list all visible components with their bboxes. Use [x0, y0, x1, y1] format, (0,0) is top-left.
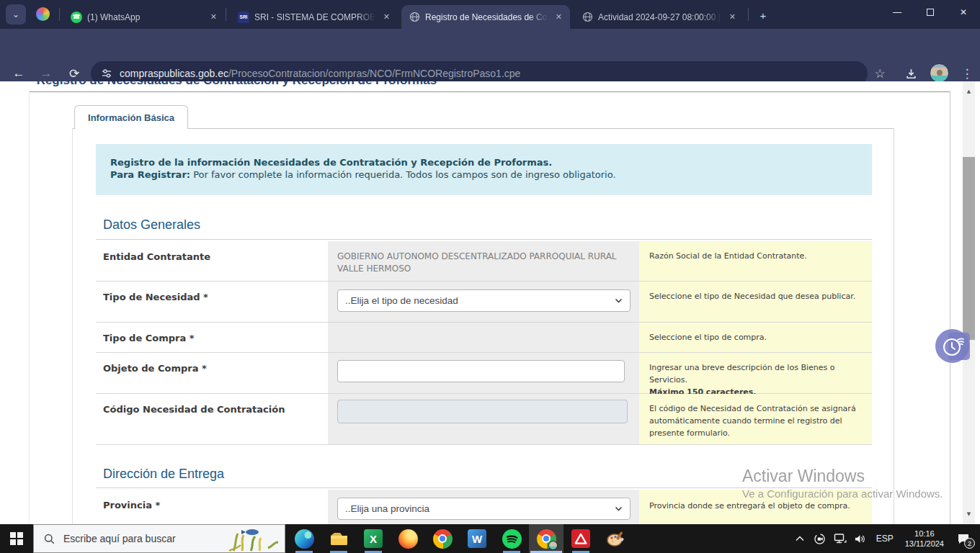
form-container-border — [894, 128, 894, 524]
tab-whatsapp[interactable]: ☎ (1) WhatsApp ✕ — [63, 5, 225, 29]
section-datos-generales: Datos Generales — [103, 217, 200, 233]
form-container-border — [72, 128, 894, 129]
search-placeholder: Escribe aquí para buscar — [63, 533, 176, 544]
network-icon[interactable] — [833, 524, 847, 553]
section-direccion-entrega: Dirección de Entrega — [103, 467, 224, 482]
entidad-value: GOBIERNO AUTONOMO DESCENTRALIZADO PARROQ… — [337, 241, 620, 275]
search-highlight-image[interactable] — [220, 526, 282, 552]
row-tipo-compra: Tipo de Compra * Seleccione el tipo de c… — [96, 322, 872, 352]
browser-tab-strip: ⌄ ☎ (1) WhatsApp ✕ SRI SRI - SISTEMA DE … — [0, 0, 980, 29]
row-codigo-necesidad: Código Necesidad de Contratación El códi… — [96, 393, 872, 444]
tab-registro-active[interactable]: Registro de Necesidades de Co ✕ — [401, 5, 570, 29]
excel-icon: X — [364, 529, 383, 548]
row-objeto-compra: Objeto de Compra * Ingresar una breve de… — [96, 352, 872, 393]
profile-avatar[interactable] — [930, 63, 949, 83]
chrome-icon — [433, 529, 453, 549]
chevron-down-icon — [615, 506, 623, 512]
new-tab-button[interactable]: + — [754, 6, 772, 24]
globe-icon — [409, 12, 420, 23]
site-info-icon[interactable] — [101, 68, 112, 79]
word-icon: W — [468, 529, 486, 548]
taskbar-word[interactable]: W — [460, 524, 494, 553]
taskbar-apps: X W — [287, 524, 633, 553]
edge-icon — [295, 529, 314, 549]
tab-close-icon[interactable]: ✕ — [553, 11, 565, 23]
row-tipo-necesidad: Tipo de Necesidad * ..Elija el tipo de n… — [96, 281, 872, 322]
taskbar-spotify[interactable] — [494, 524, 529, 553]
chevron-down-icon: ⌄ — [12, 9, 19, 19]
row-provincia: Provincia * ..Elija una provincia Provin… — [96, 490, 872, 524]
datos-generales-grid: Entidad Contratante GOBIERNO AUTONOMO DE… — [96, 241, 872, 445]
windows-taskbar: Escribe aquí para buscar X W — [0, 524, 980, 553]
tab-actividad[interactable]: Actividad 2024-09-27 08:00:00 | ✕ — [574, 5, 744, 29]
time: 10:16 — [905, 529, 944, 539]
scroll-down-icon[interactable]: ▼ — [963, 508, 975, 520]
info-banner: Registro de la información Necesidades d… — [96, 144, 872, 195]
window-close-button[interactable]: ✕ — [947, 0, 980, 24]
tab-informacion-basica[interactable]: Información Básica — [74, 105, 188, 129]
taskbar-file-explorer[interactable] — [321, 524, 356, 553]
globe-icon — [582, 12, 593, 23]
taskbar-chrome-profile[interactable] — [529, 524, 564, 553]
pinned-tab-favicon[interactable] — [36, 7, 50, 21]
section-divider — [96, 487, 872, 488]
taskbar-chrome[interactable] — [425, 524, 460, 553]
timer-widget-icon[interactable] — [935, 329, 969, 363]
field-help: Provincia donde se entregará el objeto d… — [639, 490, 872, 524]
page-scrollbar[interactable]: ▲ ▼ — [963, 81, 975, 524]
tab-title: (1) WhatsApp — [87, 12, 202, 22]
taskbar-firefox[interactable] — [391, 524, 425, 553]
objeto-compra-input[interactable] — [337, 360, 625, 382]
codigo-necesidad-input — [337, 400, 628, 423]
windows-logo-icon — [10, 532, 23, 545]
maximize-icon — [927, 9, 934, 16]
field-label: Provincia * — [96, 490, 328, 524]
section-divider — [96, 239, 872, 240]
meet-now-icon[interactable] — [813, 524, 827, 553]
tab-search-button[interactable]: ⌄ — [6, 4, 26, 24]
field-help: Seleccione el tipo de compra. — [639, 323, 872, 352]
taskbar-acrobat[interactable] — [564, 524, 598, 553]
tab-sri[interactable]: SRI SRI - SISTEMA DE COMPROBAN ✕ — [231, 5, 398, 29]
page-border-right — [950, 91, 950, 524]
notification-badge: 2 — [964, 538, 975, 549]
chevron-down-icon — [615, 298, 623, 304]
volume-icon[interactable] — [853, 524, 868, 553]
taskbar-clock[interactable]: 10:16 13/11/2024 — [902, 529, 947, 549]
direccion-entrega-grid: Provincia * ..Elija una provincia Provin… — [96, 490, 872, 524]
window-minimize-button[interactable]: — — [881, 0, 914, 24]
tab-title: Actividad 2024-09-27 08:00:00 | — [598, 12, 721, 22]
taskbar-paint[interactable] — [598, 524, 633, 553]
scrollbar-thumb[interactable] — [963, 157, 975, 340]
start-button[interactable] — [0, 524, 33, 553]
form-container-border — [72, 128, 73, 524]
tab-close-icon[interactable]: ✕ — [380, 11, 393, 23]
spotify-icon — [502, 529, 522, 549]
tab-title: Registro de Necesidades de Co — [425, 12, 548, 22]
tab-separator — [748, 8, 749, 21]
tipo-necesidad-select[interactable]: ..Elija el tipo de necesidad — [337, 289, 631, 312]
paint-icon — [606, 529, 625, 549]
provincia-select[interactable]: ..Elija una provincia — [337, 498, 631, 520]
field-label: Tipo de Necesidad * — [96, 282, 328, 322]
screen: ⌄ ☎ (1) WhatsApp ✕ SRI SRI - SISTEMA DE … — [0, 0, 980, 553]
tray-chevron-up-icon[interactable] — [793, 524, 807, 553]
taskbar-excel[interactable]: X — [356, 524, 391, 553]
action-center-button[interactable]: 2 — [953, 524, 974, 553]
acrobat-icon — [571, 529, 590, 548]
row-entidad-contratante: Entidad Contratante GOBIERNO AUTONOMO DE… — [96, 241, 872, 281]
sri-icon: SRI — [238, 12, 249, 23]
field-label: Código Necesidad de Contratación — [96, 394, 328, 444]
tab-close-icon[interactable]: ✕ — [208, 11, 220, 23]
search-icon — [44, 534, 55, 544]
scroll-up-icon[interactable]: ▲ — [963, 86, 975, 97]
profile-badge — [548, 541, 558, 550]
activate-windows-watermark: Activar Windows — [742, 467, 865, 486]
language-indicator[interactable]: ESP — [873, 534, 896, 544]
taskbar-search-box[interactable]: Escribe aquí para buscar — [33, 524, 285, 553]
tab-separator — [226, 8, 226, 21]
window-maximize-button[interactable] — [914, 0, 947, 24]
tab-close-icon[interactable]: ✕ — [726, 11, 739, 23]
taskbar-edge[interactable] — [287, 524, 321, 553]
field-help: El código de Necesidad de Contratación s… — [639, 394, 872, 444]
